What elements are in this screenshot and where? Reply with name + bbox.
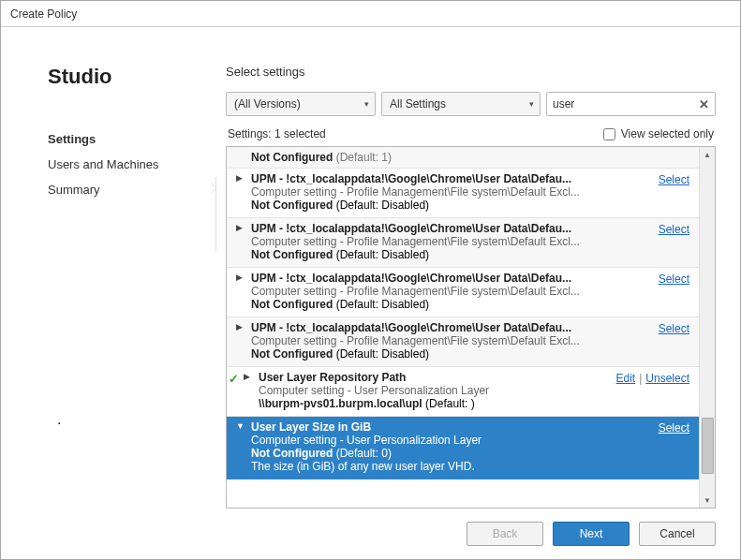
setting-title: UPM - !ctx_localappdata!\Google\Chrome\U… (251, 272, 691, 285)
version-selected: (All Versions) (234, 97, 301, 111)
default-label: (Default: 1) (336, 151, 392, 164)
pane-title: Select settings (226, 65, 716, 79)
setting-title: User Layer Size in GiB (251, 420, 691, 434)
settings-list-inner[interactable]: Not Configured (Default: 1) ▶ UPM - !ctx… (227, 147, 699, 508)
expand-icon[interactable]: ▶ (244, 372, 250, 381)
state-label: \\burpm-pvs01.burpm.local\upl (259, 397, 422, 410)
version-dropdown[interactable]: (All Versions) ▾ (226, 92, 376, 116)
setting-row-selected[interactable]: ▼ User Layer Size in GiB Computer settin… (227, 417, 699, 479)
main-pane: Select settings (All Versions) ▾ All Set… (216, 27, 740, 559)
category-selected: All Settings (390, 97, 446, 111)
search-box[interactable]: ✕ (546, 92, 716, 116)
expand-icon[interactable]: ▶ (236, 322, 243, 332)
wizard-steps: Settings Users and Machines Summary (48, 126, 216, 202)
setting-title: UPM - !ctx_localappdata!\Google\Chrome\U… (251, 321, 691, 334)
settings-count-label: Settings: (228, 127, 274, 140)
default-label: (Default: ) (425, 397, 475, 410)
setting-row[interactable]: ✓ ▶ User Layer Repository Path Computer … (227, 367, 699, 417)
chevron-down-icon: ▾ (529, 99, 534, 109)
edit-link[interactable]: Edit (616, 372, 636, 385)
setting-row[interactable]: ▶ UPM - !ctx_localappdata!\Google\Chrome… (227, 218, 699, 268)
check-icon: ✓ (229, 372, 239, 386)
setting-sub: Computer setting - User Personalization … (251, 434, 691, 447)
state-label: Not Configured (251, 199, 333, 212)
search-input[interactable] (553, 97, 692, 111)
settings-count-value: 1 selected (274, 127, 326, 140)
scroll-up-icon[interactable]: ▲ (700, 147, 715, 162)
select-link[interactable]: Select (659, 223, 689, 236)
setting-sub: Computer setting - Profile Management\Fi… (251, 235, 691, 248)
default-label: (Default: 0) (336, 447, 392, 460)
setting-sub: Computer setting - Profile Management\Fi… (251, 285, 691, 298)
setting-description: The size (in GiB) of any new user layer … (251, 460, 691, 473)
collapse-icon[interactable]: ▼ (236, 421, 245, 431)
scroll-thumb[interactable] (702, 418, 714, 474)
select-link[interactable]: Select (659, 173, 689, 186)
state-label: Not Configured (251, 151, 333, 164)
default-label: (Default: Disabled) (336, 298, 429, 311)
filter-bar: (All Versions) ▾ All Settings ▾ ✕ (226, 92, 716, 116)
clear-search-icon[interactable]: ✕ (699, 97, 709, 111)
back-button: Back (467, 522, 543, 546)
default-label: (Default: Disabled) (336, 199, 429, 212)
expand-icon[interactable]: ▶ (236, 173, 243, 183)
chevron-down-icon: ▾ (364, 99, 369, 109)
state-label: Not Configured (251, 347, 333, 361)
expand-icon[interactable]: ▶ (236, 273, 243, 282)
settings-list: Not Configured (Default: 1) ▶ UPM - !ctx… (226, 146, 716, 508)
state-label: Not Configured (251, 248, 333, 261)
setting-row[interactable]: ▶ UPM - !ctx_localappdata!\Google\Chrome… (227, 317, 699, 367)
view-selected-label: View selected only (621, 127, 714, 140)
setting-sub: Computer setting - Profile Management\Fi… (251, 185, 691, 199)
setting-row[interactable]: Not Configured (Default: 1) (227, 147, 699, 169)
view-selected-checkbox[interactable] (603, 128, 615, 140)
state-label: Not Configured (251, 447, 333, 460)
setting-row[interactable]: ▶ UPM - !ctx_localappdata!\Google\Chrome… (227, 169, 699, 218)
app-name: Studio (48, 65, 216, 89)
default-label: (Default: Disabled) (336, 248, 429, 261)
step-summary[interactable]: Summary (48, 177, 216, 202)
state-label: Not Configured (251, 298, 333, 311)
select-link[interactable]: Select (659, 273, 689, 286)
window-title: Create Policy (10, 7, 77, 21)
select-link[interactable]: Select (659, 322, 689, 335)
setting-sub: Computer setting - User Personalization … (259, 384, 691, 397)
footer-buttons: Back Next Cancel (226, 508, 716, 546)
titlebar: Create Policy (1, 1, 740, 27)
step-users-machines[interactable]: Users and Machines (48, 152, 216, 177)
expand-icon[interactable]: ▶ (236, 223, 243, 232)
setting-sub: Computer setting - Profile Management\Fi… (251, 334, 691, 347)
unselect-link[interactable]: Unselect (645, 372, 689, 385)
setting-title: UPM - !ctx_localappdata!\Google\Chrome\U… (251, 172, 691, 185)
setting-row[interactable]: ▶ UPM - !ctx_localappdata!\Google\Chrome… (227, 268, 699, 317)
sidebar: Studio Settings Users and Machines Summa… (1, 27, 216, 559)
cancel-button[interactable]: Cancel (639, 522, 716, 546)
setting-title: UPM - !ctx_localappdata!\Google\Chrome\U… (251, 222, 691, 235)
default-label: (Default: Disabled) (336, 347, 429, 361)
view-selected-only[interactable]: View selected only (603, 127, 714, 140)
select-link[interactable]: Select (659, 421, 689, 435)
category-dropdown[interactable]: All Settings ▾ (381, 92, 541, 116)
step-settings[interactable]: Settings (48, 126, 216, 152)
loading-dot: . (57, 411, 61, 428)
next-button[interactable]: Next (553, 522, 630, 546)
scrollbar[interactable]: ▲ ▼ (699, 147, 715, 508)
scroll-down-icon[interactable]: ▼ (700, 493, 715, 508)
